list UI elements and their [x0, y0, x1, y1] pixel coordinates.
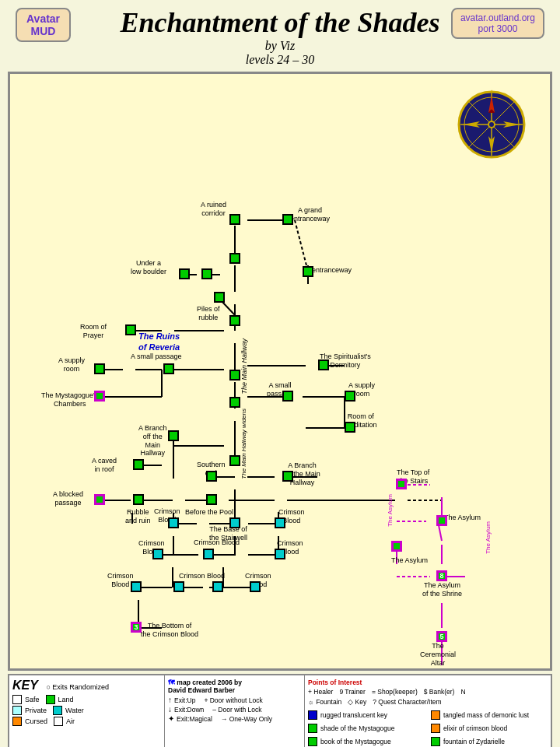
room-low-boulder — [179, 268, 190, 279]
key-air-box — [54, 717, 63, 726]
exit-up-label: Exit:Up — [174, 696, 195, 704]
key-exits: 🗺 map created 2006 byDavid Edward Barber… — [165, 675, 305, 747]
label-crimson-row3: Crimson Blood — [179, 572, 225, 580]
label-prayer: Room ofPrayer — [80, 323, 107, 340]
exit-magical-label: Exit:Magical — [177, 715, 212, 723]
key-exit-magical: ✦ Exit:Magical → One-Way Only — [168, 714, 301, 723]
room-mystagogue — [94, 391, 105, 402]
key-points-header: Points of Interest — [308, 679, 548, 686]
key-safe-box — [12, 695, 22, 704]
subtitle-levels: levels 24 – 30 — [0, 53, 560, 67]
key-private: Private Water — [12, 706, 161, 715]
key-section: KEY ○ Exits Randomized Safe Land Private… — [8, 674, 552, 747]
key-land-label: Land — [58, 696, 74, 703]
map-container: ✦ — [8, 72, 552, 671]
key-item-elixir: elixir of crimson blood — [431, 724, 548, 733]
key-fountain-label: fountain of Zydarielle — [443, 738, 505, 745]
subtitle-by: by Viz — [0, 39, 560, 53]
room-crimson-6 — [131, 581, 142, 592]
key-private-box — [12, 706, 22, 715]
door-lock-label: – Door with Lock — [212, 706, 261, 714]
label-the-asylum-vert-2: The Asylum — [485, 521, 492, 554]
room-ceremonial-altar: 5 — [436, 631, 447, 642]
key-land-box — [46, 695, 55, 704]
room-ruined-corridor — [229, 214, 240, 225]
key-points-list: + Healer 9 Trainer = Shop(keeper) $ Bank… — [308, 688, 548, 696]
room-caved-roof — [133, 459, 144, 470]
label-mystagogue: The Mystagogue'sChambers — [41, 391, 98, 409]
room-asylum-1 — [436, 515, 447, 526]
key-translucent-label: rugged translucent key — [320, 711, 387, 719]
one-way-label: → One-Way Only — [221, 715, 272, 723]
key-safe: Safe Land — [12, 695, 161, 704]
key-water-box — [53, 706, 62, 715]
key-n: N — [460, 688, 465, 696]
key-item-fountain: fountain of Zydarielle — [431, 737, 548, 746]
svg-line-21 — [295, 220, 307, 268]
room-main-2 — [229, 315, 240, 326]
room-main-4 — [229, 397, 240, 408]
key-safe-label: Safe — [25, 696, 40, 703]
label-hallway-widens: The Main Hallway widens — [240, 409, 247, 479]
label-the-asylum-vert: The Asylum — [387, 494, 394, 527]
key-exit-down: ↓ Exit:Down – Door with Lock — [168, 705, 301, 714]
room-low-boulder-2 — [201, 268, 212, 279]
room-branch-1 — [168, 430, 179, 441]
room-grand-entranceway — [282, 214, 293, 225]
exit-down-icon: ↓ — [168, 705, 172, 714]
label-bottom-crimson: The Bottom ofthe Crimson Blood — [141, 622, 198, 639]
exit-down-label: Exit:Down — [174, 706, 204, 714]
room-entranceway — [303, 266, 313, 277]
label-rubble-ruin: Rubbleand ruin — [125, 508, 151, 525]
room-blocked-passage — [94, 494, 105, 505]
label-blocked-passage: A blockedpassage — [53, 490, 83, 507]
page-header: AvatarMUD Enchantment of the Shades by V… — [0, 0, 560, 68]
key-bank: $ Bank(er) — [424, 688, 455, 696]
label-low-boulder: Under alow boulder — [131, 259, 166, 276]
key-items-grid: rugged translucent key tangled mass of d… — [308, 709, 548, 747]
avatar-badge: AvatarMUD — [16, 8, 71, 42]
label-before-pool: Before the Pool — [185, 508, 233, 517]
key-item-book: book of the Mystagogue — [308, 737, 425, 746]
label-entranceway: entranceway — [312, 266, 352, 275]
room-top-stairs — [396, 479, 407, 489]
exit-magical-icon: ✦ — [168, 714, 174, 723]
room-asylum-shrine-num: 8 — [436, 570, 447, 581]
label-asylum-2: The Asylum — [391, 556, 428, 565]
room-base-stairwell — [229, 517, 240, 528]
label-ruins-reveria: The Ruinsof Reveria — [138, 331, 180, 353]
key-demonic-box — [431, 710, 440, 720]
server-badge: avatar.outland.orgport 3000 — [451, 8, 544, 39]
key-quest: ? Quest Character/Item — [373, 698, 441, 706]
room-crimson-4 — [203, 549, 214, 559]
key-air-label: Air — [66, 717, 75, 725]
key-legend: KEY ○ Exits Randomized Safe Land Private… — [9, 675, 165, 747]
label-piles-rubble: Piles ofrubble — [197, 305, 220, 322]
key-water-label: Water — [65, 707, 84, 714]
key-shop: = Shop(keeper) — [372, 688, 418, 696]
label-asylum-1: The Asylum — [444, 514, 481, 522]
key-book-box — [308, 737, 317, 746]
room-main-1 — [229, 253, 240, 264]
key-item-shade-mystagogue: shade of the Mystagogue — [308, 724, 425, 733]
exit-up-icon: ↑ — [168, 696, 172, 704]
key-item-demonic: tangled mass of demonic lust — [431, 710, 548, 720]
room-crimson-8 — [212, 581, 223, 592]
key-elixir-label: elixir of crimson blood — [443, 724, 507, 732]
room-spiritualist — [318, 359, 329, 370]
key-map-credit: 🗺 map created 2006 byDavid Edward Barber — [168, 679, 301, 694]
room-crimson-9 — [250, 581, 261, 592]
label-small-passage: A small passage — [131, 352, 182, 361]
label-crimson-blood-base: Crimson Blood — [194, 538, 240, 547]
key-points: Points of Interest + Healer 9 Trainer = … — [305, 675, 551, 747]
room-piles-rubble — [214, 292, 225, 303]
room-crimson-2 — [275, 517, 285, 528]
label-ruined-corridor: A ruinedcorridor — [201, 201, 226, 218]
room-rubble-ruin — [133, 494, 144, 505]
room-supply-1 — [94, 363, 105, 374]
key-shade-label: shade of the Mystagogue — [320, 724, 394, 732]
key-healer: + Healer — [308, 688, 333, 696]
room-supply-2 — [345, 391, 355, 402]
room-prayer — [125, 324, 136, 335]
room-small-passage — [163, 363, 174, 374]
